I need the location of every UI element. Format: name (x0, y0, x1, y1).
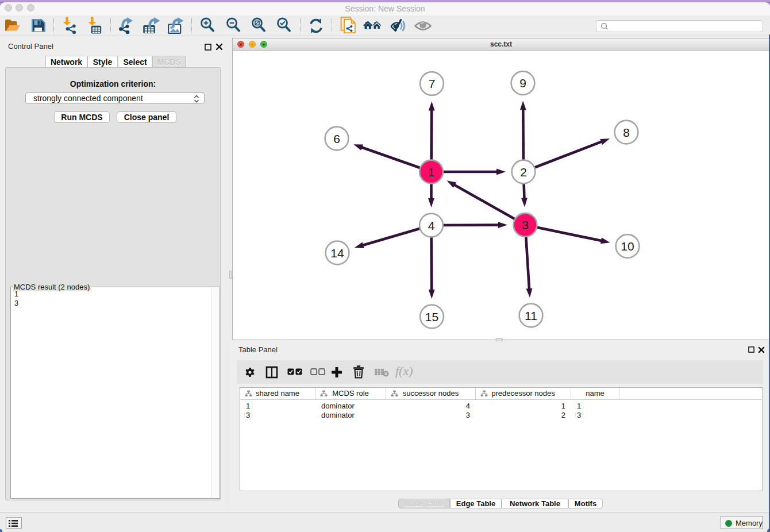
svg-text:2: 2 (520, 165, 527, 179)
svg-text:8: 8 (623, 126, 630, 139)
svg-text:10: 10 (621, 240, 634, 253)
svg-text:9: 9 (519, 76, 526, 90)
svg-text:15: 15 (425, 310, 438, 323)
svg-text:4: 4 (428, 219, 435, 232)
svg-text:6: 6 (333, 132, 340, 145)
svg-text:3: 3 (522, 218, 529, 232)
svg-text:11: 11 (525, 309, 537, 322)
svg-text:7: 7 (429, 77, 436, 90)
svg-text:14: 14 (330, 246, 344, 260)
svg-text:1: 1 (428, 165, 435, 179)
